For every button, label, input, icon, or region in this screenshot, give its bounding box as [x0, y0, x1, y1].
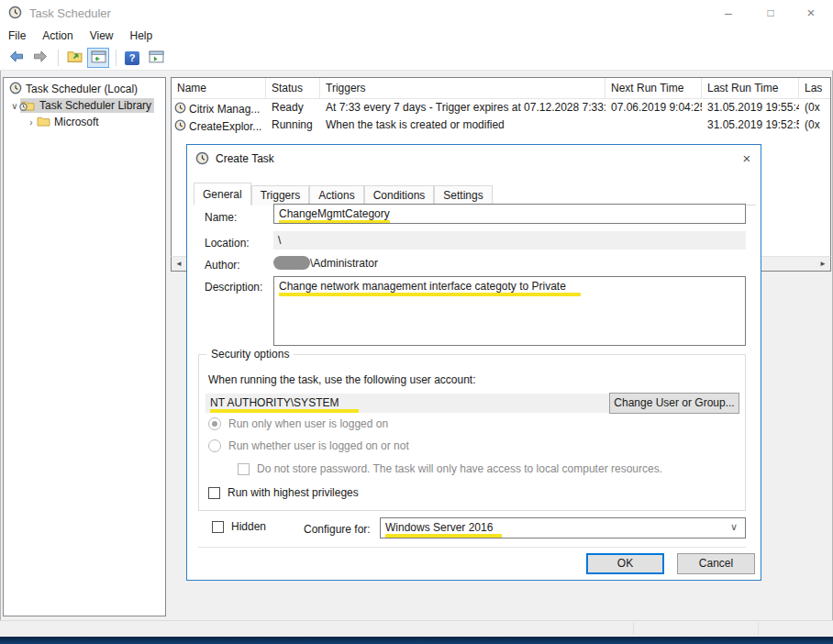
configure-for-label: Configure for:: [304, 523, 371, 536]
menu-file[interactable]: File: [0, 27, 34, 45]
task-name: CreateExplor...: [189, 120, 261, 133]
security-options-group: Security options When running the task, …: [198, 354, 746, 511]
tab-conditions[interactable]: Conditions: [364, 185, 435, 205]
taskbar-edge: [0, 637, 833, 644]
task-last-run: 31.05.2019 19:55:42: [702, 99, 799, 117]
tree-item-task-scheduler-library[interactable]: ∨ Task Scheduler Library: [4, 97, 165, 114]
tree-item-task-scheduler-local[interactable]: Task Scheduler (Local): [4, 81, 165, 97]
task-next-run: [605, 117, 702, 134]
column-header-status[interactable]: Status: [266, 78, 320, 98]
create-task-dialog: Create Task × General Triggers Actions C…: [186, 144, 761, 581]
tree-item-microsoft[interactable]: › Microsoft: [4, 114, 165, 130]
user-account-field: NT AUTHORITY\SYSTEM: [205, 394, 609, 413]
statusbar-divider: [633, 622, 634, 635]
checkbox-icon: [208, 487, 220, 499]
tab-actions[interactable]: Actions: [309, 185, 363, 205]
radio-run-logged-on: Run only when user is logged on: [208, 417, 388, 430]
checkbox-highest-privileges[interactable]: Run with highest privileges: [208, 486, 359, 499]
import-task-icon: [67, 50, 83, 66]
titlebar: Task Scheduler – □ ×: [0, 0, 833, 26]
task-last-run: 31.05.2019 19:52:53: [702, 117, 799, 134]
task-name: Citrix Manag...: [189, 103, 260, 116]
back-button[interactable]: [6, 48, 28, 68]
task-scheduler-clock-icon: [8, 6, 22, 22]
close-button[interactable]: ×: [796, 0, 826, 26]
column-header-next-run-time[interactable]: Next Run Time: [605, 78, 702, 98]
toolbar: ?: [0, 46, 833, 71]
chevron-down-icon[interactable]: ∨: [730, 521, 738, 533]
tab-settings[interactable]: Settings: [434, 185, 492, 205]
change-user-button[interactable]: Change User or Group...: [609, 393, 739, 414]
help-button[interactable]: ?: [121, 48, 143, 68]
task-scheduler-clock-icon: [9, 82, 22, 97]
radio-run-whether: Run whether user is logged on or not: [208, 439, 409, 452]
user-account-value: NT AUTHORITY\SYSTEM: [210, 397, 359, 413]
action-pane-toggle[interactable]: [145, 48, 167, 68]
task-list-header: Name Status Triggers Next Run Time Last …: [172, 78, 830, 99]
configure-for-value: Windows Server 2016: [385, 522, 502, 538]
task-scheduler-clock-icon: [195, 151, 209, 168]
radio-label: Run whether user is logged on or not: [228, 439, 409, 452]
window-title: Task Scheduler: [29, 6, 111, 20]
checkbox-icon: [212, 521, 224, 533]
dialog-close-button[interactable]: ×: [736, 149, 758, 169]
chevron-right-icon[interactable]: ›: [26, 117, 37, 128]
dialog-titlebar: Create Task ×: [187, 145, 761, 172]
column-header-last-run-result[interactable]: Las: [799, 78, 830, 98]
dialog-title: Create Task: [216, 152, 274, 165]
column-header-triggers[interactable]: Triggers: [320, 78, 605, 98]
column-header-name[interactable]: Name: [172, 78, 266, 98]
task-clock-icon: [174, 119, 186, 134]
menu-view[interactable]: View: [82, 27, 122, 45]
console-tree-panel: Task Scheduler (Local) ∨ Task Scheduler …: [3, 77, 166, 616]
description-label: Description:: [205, 281, 262, 294]
checkbox-label: Do not store password. The task will onl…: [257, 462, 662, 475]
footer-divider: [198, 547, 746, 548]
task-last-result: (0x: [799, 99, 830, 117]
checkbox-label: Hidden: [231, 520, 266, 533]
task-status: Ready: [266, 99, 320, 117]
checkbox-hidden[interactable]: Hidden: [212, 520, 266, 533]
console-tree-toggle[interactable]: [87, 48, 109, 68]
back-arrow-icon: [8, 50, 25, 66]
task-clock-icon: [174, 102, 186, 117]
location-label: Location:: [205, 237, 250, 250]
checkbox-no-password: Do not store password. The task will onl…: [238, 462, 662, 475]
task-next-run: 07.06.2019 9:04:25: [605, 99, 702, 117]
folder-clock-icon: [21, 100, 36, 112]
forward-arrow-icon: [32, 50, 49, 66]
checkbox-icon: [238, 463, 250, 475]
maximize-button[interactable]: □: [756, 0, 785, 26]
description-field[interactable]: Change network management interface cate…: [273, 276, 746, 346]
author-field: \Administrator: [273, 256, 378, 270]
location-value: \: [278, 234, 281, 247]
column-header-last-run-time[interactable]: Last Run Time: [702, 78, 799, 98]
import-task-button[interactable]: [63, 48, 85, 68]
table-row[interactable]: CreateExplor... Running When the task is…: [172, 117, 830, 134]
location-field: \: [273, 231, 746, 250]
table-row[interactable]: Citrix Manag... Ready At 7:33 every 7 da…: [172, 99, 830, 117]
scroll-left-icon[interactable]: ◄: [172, 257, 186, 271]
dialog-tabstrip: General Triggers Actions Conditions Sett…: [194, 182, 756, 205]
task-triggers: When the task is created or modified: [320, 117, 605, 134]
security-options-title: Security options: [206, 348, 294, 361]
console-tree-icon: [91, 50, 106, 66]
author-label: Author:: [205, 259, 240, 272]
tab-general[interactable]: General: [194, 183, 251, 205]
toolbar-separator: [116, 50, 117, 66]
configure-for-dropdown[interactable]: Windows Server 2016 ∨: [380, 517, 746, 539]
checkbox-label: Run with highest privileges: [228, 486, 359, 499]
scroll-right-icon[interactable]: ►: [816, 257, 830, 271]
menu-action[interactable]: Action: [34, 27, 81, 45]
tab-triggers[interactable]: Triggers: [251, 185, 310, 205]
task-triggers: At 7:33 every 7 days - Trigger expires a…: [320, 99, 605, 117]
forward-button[interactable]: [29, 48, 51, 68]
minimize-button[interactable]: –: [714, 0, 743, 26]
cancel-button[interactable]: Cancel: [677, 553, 755, 574]
menu-help[interactable]: Help: [122, 27, 161, 45]
name-field[interactable]: ChangeMgmtCategory: [273, 204, 746, 224]
folder-icon: [37, 116, 50, 129]
tree-root-label: Task Scheduler (Local): [26, 83, 138, 95]
task-status: Running: [266, 117, 320, 134]
ok-button[interactable]: OK: [586, 553, 664, 574]
